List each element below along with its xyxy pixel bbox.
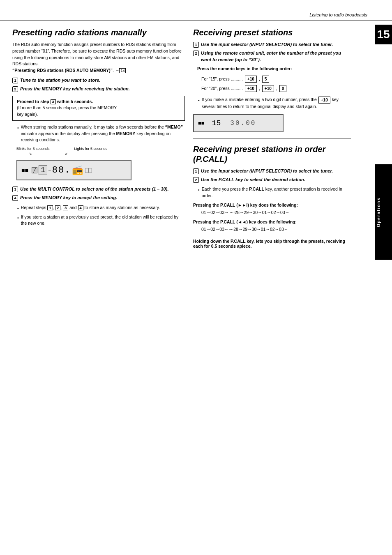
step-num-4: 4 xyxy=(12,195,18,201)
display-15: 15 xyxy=(212,119,221,127)
key-plus10-3: +10 xyxy=(262,85,274,92)
blinks-label: Blinks for 5 seconds xyxy=(16,147,50,151)
bullet-dot-3: • xyxy=(17,215,19,221)
key-plus10-1: +10 xyxy=(245,76,257,83)
holding-text: Holding down the P.CALL key, lets you sk… xyxy=(193,239,351,249)
key-plus10-2: +10 xyxy=(245,85,257,92)
step-1-text: Tune to the station you want to store. xyxy=(20,77,100,83)
press-label-15: For “15”, press .......... xyxy=(201,75,243,83)
pcall-bullet-dot-1: • xyxy=(198,187,200,193)
recv-step-1: 1 Use the input selector (INPUT SELECTOR… xyxy=(193,41,351,48)
step-2: 2 Press the MEMORY key while receiving t… xyxy=(12,86,185,92)
pcall-step-1: 1 Use the input selector (INPUT SELECTOR… xyxy=(193,168,351,174)
right-section-title: Receiving preset stations xyxy=(193,28,351,37)
key-5: 5 xyxy=(262,76,270,83)
pcall-step-num-1: 1 xyxy=(193,168,199,174)
step-1: 1 Tune to the station you want to store. xyxy=(12,77,185,83)
recv-bullet-1: • If you make a mistake entering a two d… xyxy=(198,97,351,110)
bullet-item-1: • When storing radio stations manually, … xyxy=(17,124,185,143)
pcall-bullet-1: • Each time you press the P.CALL key, an… xyxy=(198,186,351,199)
section-divider xyxy=(193,138,351,138)
operations-sidebar-label: Operations xyxy=(375,164,392,260)
diagram-labels: Blinks for 5 seconds Lights for 5 second… xyxy=(16,147,185,151)
pcall-back-seq: 01→02→03←····28→29→30→01→02→03← xyxy=(201,226,351,233)
bullet-text-3: If you store a station at a previously u… xyxy=(21,214,185,227)
bullet-list-2: • Repeat steps 1, 2, 3 and 4 to store as… xyxy=(17,205,185,227)
right-column: Receiving preset stations 1 Use the inpu… xyxy=(193,28,371,250)
intro-text: The RDS auto memory function assigns pre… xyxy=(12,41,185,74)
segment-display: ╱ 1 ┈ 88. 📻 ⎕⎕ xyxy=(32,165,92,176)
small-display: ■■ 15 30.00 xyxy=(193,114,284,132)
pcall-bullet-text-1: Each time you press the P.CALL key, anot… xyxy=(202,186,351,199)
display-diagram: ■■ ╱ 1 ┈ 88. 📻 ⎕⎕ xyxy=(16,160,131,180)
step-4: 4 Press the MEMORY key to accept the set… xyxy=(12,195,185,201)
step-3: 3 Use the MULTI CONTROL to select one of… xyxy=(12,186,185,192)
bullet-text-1: When storing radio stations manually, it… xyxy=(21,124,185,143)
key-0: 0 xyxy=(279,85,287,92)
small-display-area: ■■ 15 30.00 xyxy=(193,114,351,132)
pcall-forward-seq: 01→02→03→ ····28→29→30→01→02→03→ xyxy=(201,209,351,216)
small-dots: ■■ xyxy=(198,120,205,126)
page-header: Listening to radio broadcasts xyxy=(0,12,392,21)
recv-step-num-2: 2 xyxy=(193,51,199,56)
page-container: Listening to radio broadcasts 15 Operati… xyxy=(0,0,392,555)
pcall-step-1-text: Use the input selector (INPUT SELECTOR) … xyxy=(201,168,333,174)
bullet-dot-1: • xyxy=(17,125,19,131)
pcall-section-title: Receiving preset stations in order (P.CA… xyxy=(193,144,351,164)
recv-step-2: 2 Using the remote control unit, enter t… xyxy=(193,50,351,63)
step-num-2: 2 xyxy=(12,86,18,92)
recv-bullet-dot-1: • xyxy=(198,97,200,104)
bullet-item-3: • If you store a station at a previously… xyxy=(17,214,185,227)
bullet-list-1: • When storing radio stations manually, … xyxy=(17,124,185,143)
press-label-20: For “20”, press .......... xyxy=(201,85,243,92)
pcall-back-label: Pressing the P.CALL (◄◄) key does the fo… xyxy=(193,219,351,224)
note-line2: (If more than 5 seconds elapse, press th… xyxy=(17,105,180,111)
left-column: Presetting radio stations manually The R… xyxy=(12,28,185,250)
dots-indicator: ■■ xyxy=(21,167,28,173)
main-content: Presetting radio stations manually The R… xyxy=(0,28,392,250)
display-diagram-area: Blinks for 5 seconds Lights for 5 second… xyxy=(16,147,185,180)
press-order-table: For “15”, press .......... +10 , 5 For “… xyxy=(201,75,351,92)
recv-bullet-list: • If you make a mistake entering a two d… xyxy=(198,97,351,110)
press-row-15: For “15”, press .......... +10 , 5 xyxy=(201,75,351,83)
pcall-step-2: 2 Use the P.CALL key to select the desir… xyxy=(193,177,351,183)
bullet-text-2: Repeat steps 1, 2, 3 and 4 to store as m… xyxy=(21,205,160,211)
recv-step-num-1: 1 xyxy=(193,42,199,48)
recv-bullet-text-1: If you make a mistake entering a two dig… xyxy=(202,97,351,110)
step-4-text: Press the MEMORY key to accept the setti… xyxy=(20,195,117,201)
pcall-forward-label: Pressing the P.CALL (►►i) key does the f… xyxy=(193,203,351,207)
pcall-step-2-text: Use the P.CALL key to select the desired… xyxy=(201,177,305,183)
pcall-step-num-2: 2 xyxy=(193,177,199,183)
pcall-bullet-list: • Each time you press the P.CALL key, an… xyxy=(198,186,351,199)
header-title: Listening to radio broadcasts xyxy=(309,12,367,17)
step-3-text: Use the MULTI CONTROL to select one of t… xyxy=(20,186,168,192)
display-30-segments: 30.00 xyxy=(230,120,256,127)
press-row-20: For “20”, press .......... +10 , +10 , 0 xyxy=(201,85,351,92)
step-num-3: 3 xyxy=(12,187,18,192)
rds-link: “Presetting RDS stations (RDS AUTO MEMOR… xyxy=(12,68,113,73)
page-number-tab: 15 xyxy=(375,25,392,44)
lights-label: Lights for 5 seconds xyxy=(74,147,108,151)
note-line3: key again). xyxy=(17,111,180,118)
page-number: 15 xyxy=(377,28,390,41)
press-order-label: Press the numeric keys in the following … xyxy=(197,66,351,71)
step-num-1: 1 xyxy=(12,78,18,83)
left-section-title: Presetting radio stations manually xyxy=(12,28,185,37)
bullet-item-2: • Repeat steps 1, 2, 3 and 4 to store as… xyxy=(17,205,185,212)
note-box: Proceed to step 3 within 5 seconds. (If … xyxy=(12,96,185,121)
diagram-arrows: ↘ ↙ xyxy=(16,152,185,156)
recv-step-2-text: Using the remote control unit, enter the… xyxy=(201,50,351,63)
bullet-dot-2: • xyxy=(17,205,19,212)
key-plus10-inline: +10 xyxy=(318,97,330,104)
step-2-text: Press the MEMORY key while receiving the… xyxy=(20,86,130,92)
recv-step-1-text: Use the input selector (INPUT SELECTOR) … xyxy=(201,41,333,48)
